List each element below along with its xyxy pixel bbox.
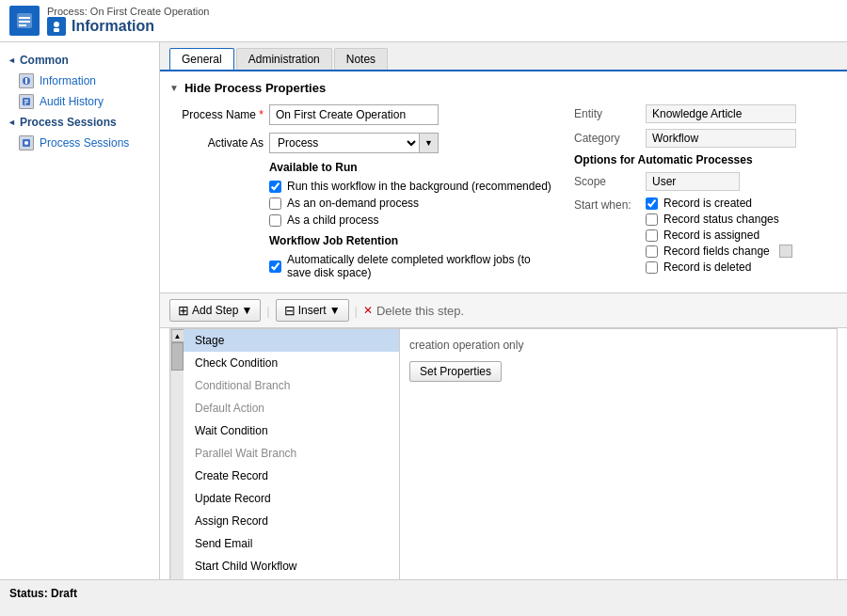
category-label: Category [574,132,640,145]
scope-row: Scope User [574,172,838,191]
sw-check-status: Record status changes [646,213,792,226]
checkbox-background-input[interactable] [269,181,281,193]
entity-label: Entity [574,107,640,120]
dropdown-item-update-record[interactable]: Update Record [184,487,399,510]
step-toolbar: ⊞ Add Step ▼ | ⊟ Insert ▼ | ✕ Delete thi… [160,292,847,328]
category-row: Category Workflow [574,129,838,148]
dropdown-item-assign-record[interactable]: Assign Record [184,510,399,532]
form-right: Entity Knowledge Article Category Workfl… [574,104,838,283]
dropdown-item-wait-condition[interactable]: Wait Condition [184,419,399,442]
category-value: Workflow [646,129,796,148]
activate-as-select[interactable]: Process [270,134,419,152]
retention-checkbox-label: Automatically delete completed workflow … [287,253,555,279]
entity-row: Entity Knowledge Article [574,104,838,123]
dropdown-item-send-email[interactable]: Send Email [184,532,399,555]
sw-checkbox-deleted[interactable] [646,261,658,274]
header-title-text: Information [72,18,154,35]
checkbox-child-process: As a child process [269,213,555,227]
section-toggle[interactable] [169,83,179,93]
scrollbar[interactable]: ▲ ▼ [170,329,184,579]
dropdown-item-start-child-workflow[interactable]: Start Child Workflow [184,555,399,577]
delete-label[interactable]: Delete this step. [376,304,464,318]
chevron-down-icon: ▼ [419,134,438,152]
sw-checkbox-assigned[interactable] [646,229,658,242]
set-properties-button[interactable]: Set Properties [409,361,502,382]
checkbox-child-label: As a child process [287,213,378,227]
header-title: Information [47,17,209,36]
dropdown-item-check-condition[interactable]: Check Condition [184,352,399,374]
toolbar-sep-1: | [266,304,269,318]
dropdown-item-parallel-wait: Parallel Wait Branch [184,442,399,465]
sw-checkbox-fields[interactable] [646,245,658,258]
sw-checkbox-created[interactable] [646,197,658,210]
header-title-icon [47,17,66,36]
start-when-row: Start when: Record is created Record sta… [574,197,838,274]
add-step-label: Add Step [192,304,238,317]
svg-rect-8 [25,78,27,80]
sw-check-assigned: Record is assigned [646,229,792,242]
sw-label-status: Record status changes [663,213,779,226]
sidebar-item-audit-history[interactable]: Audit History [0,91,159,112]
info-icon [19,73,34,88]
status-text: Status: Draft [9,587,77,600]
sidebar-item-process-sessions[interactable]: Process Sessions [0,133,159,153]
retention-checkbox-input[interactable] [269,261,281,273]
sw-check-fields: Record fields change [646,245,792,258]
main-layout: Common Information Audit History Process… [0,42,847,579]
dropdown-item-perform-action[interactable]: Perform Action [184,577,399,579]
scrollbar-thumb[interactable] [171,342,184,371]
checkbox-background-label: Run this workflow in the background (rec… [287,180,551,193]
checkbox-on-demand: As an on-demand process [269,197,555,210]
checkbox-on-demand-label: As an on-demand process [287,197,419,210]
sidebar-item-information[interactable]: Information [0,71,159,91]
start-when-checks: Record is created Record status changes … [646,197,792,274]
tab-notes[interactable]: Notes [334,48,388,70]
add-step-icon: ⊞ [178,303,189,318]
svg-rect-3 [19,24,26,26]
dropdown-item-conditional-branch: Conditional Branch [184,374,399,397]
checkbox-child-input[interactable] [269,214,281,227]
svg-point-14 [24,141,28,145]
svg-rect-1 [19,17,30,19]
sidebar-label-audit: Audit History [40,95,104,108]
add-step-button[interactable]: ⊞ Add Step ▼ [169,299,261,322]
sw-label-assigned: Record is assigned [663,229,759,242]
tab-administration[interactable]: Administration [236,48,332,70]
checkbox-on-demand-input[interactable] [269,197,281,210]
delete-icon: ✕ [363,304,373,317]
add-step-arrow: ▼ [241,304,252,317]
header-text: Process: On First Create Operation Infor… [47,6,209,36]
scope-label: Scope [574,175,640,188]
entity-value: Knowledge Article [646,104,796,123]
sw-label-fields: Record fields change [663,245,770,258]
sidebar-label-sessions: Process Sessions [40,136,129,150]
svg-point-4 [54,22,59,27]
header-subtitle: Process: On First Create Operation [47,6,209,17]
section-title: Hide Process Properties [184,81,326,95]
activate-as-select-wrapper[interactable]: Process ▼ [269,133,439,153]
process-name-input[interactable] [269,104,439,125]
tab-general[interactable]: General [169,48,234,70]
sidebar: Common Information Audit History Process… [0,42,160,579]
form-area: Hide Process Properties Process Name * [160,71,847,292]
sidebar-section-process: Process Sessions [0,112,159,133]
process-name-label: Process Name * [169,108,264,121]
sw-checkbox-status[interactable] [646,213,658,226]
required-star: * [259,108,264,121]
retention-label: Workflow Job Retention [269,234,555,247]
app-header: Process: On First Create Operation Infor… [0,0,847,42]
scrollbar-track [171,342,184,579]
dropdown-item-create-record[interactable]: Create Record [184,465,399,487]
svg-rect-12 [24,103,26,104]
sw-check-created: Record is created [646,197,792,210]
fields-change-button[interactable] [779,245,792,258]
available-to-run-label: Available to Run [269,161,555,174]
step-right-content: creation operation only Set Properties [400,329,837,579]
dropdown-list: Stage Check Condition Conditional Branch… [184,329,400,579]
toolbar-sep-2: | [355,304,358,318]
insert-button[interactable]: ⊟ Insert ▼ [276,299,349,322]
dropdown-item-stage[interactable]: Stage [184,329,399,352]
scrollbar-up[interactable]: ▲ [171,329,184,342]
svg-rect-10 [24,100,28,101]
session-icon [19,135,34,150]
